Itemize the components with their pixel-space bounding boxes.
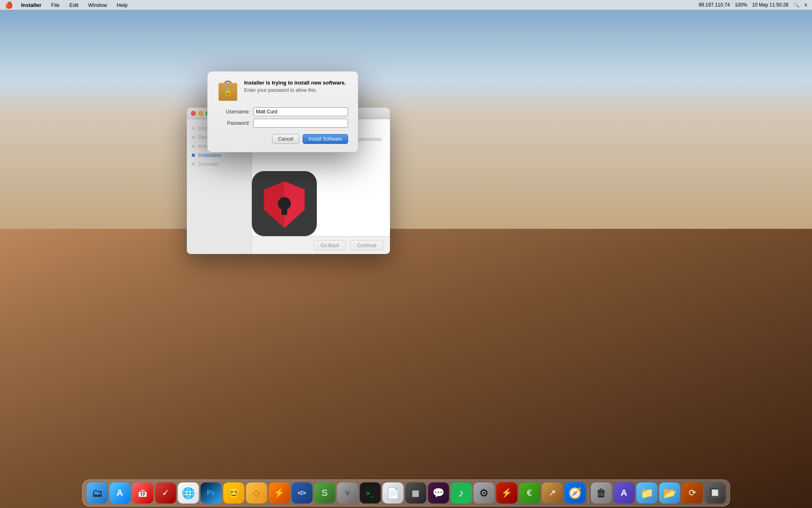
dock-icon-trash[interactable]: 🗑 (591, 482, 612, 504)
dock-icon-transmit[interactable]: S (314, 482, 335, 504)
install-software-button[interactable]: Install Software (303, 134, 348, 144)
dock-icon-timemachine[interactable]: ⟳ (682, 482, 703, 504)
password-label: Password: (217, 120, 250, 126)
lock-body: 🔓 (219, 83, 237, 101)
continue-button[interactable]: Continue (350, 240, 383, 251)
step-label-install: Installation (198, 152, 221, 158)
auth-subtitle: Enter your password to allow this. (244, 87, 346, 93)
dock-icon-photoshop[interactable]: Ps (200, 482, 221, 504)
auth-dialog-content: 🔓 Installer is trying to install new sof… (208, 72, 358, 152)
dock-icon-sketch[interactable]: ◇ (246, 482, 267, 504)
dock-separator (588, 487, 588, 504)
dock-icon-appstore[interactable]: A (109, 482, 130, 504)
menubar: 🍎 Installer File Edit Window Help 89.197… (0, 0, 812, 10)
menu-edit[interactable]: Edit (68, 1, 80, 9)
menubar-left: 🍎 Installer File Edit Window Help (5, 1, 129, 9)
menu-help[interactable]: Help (115, 1, 129, 9)
menu-file[interactable]: File (50, 1, 61, 9)
dock-icon-git[interactable]: ⑂ (337, 482, 358, 504)
installer-footer: Go Back Continue (252, 236, 390, 254)
step-dot-summary (192, 163, 195, 166)
step-dot-intro (192, 127, 195, 130)
username-row: Username: (217, 107, 348, 116)
password-row: Password: (217, 119, 348, 128)
dock-icon-slack[interactable]: 💬 (428, 482, 449, 504)
dock-icon-cashculator[interactable]: € (519, 482, 540, 504)
username-label: Username: (217, 109, 250, 115)
auth-title: Installer is trying to install new softw… (244, 80, 346, 86)
minimize-button[interactable] (198, 111, 203, 116)
step-label-intro: Intro (198, 126, 208, 131)
go-back-button[interactable]: Go Back (314, 240, 346, 251)
auth-text-block: Installer is trying to install new softw… (244, 80, 346, 93)
lock-icon: 🔓 (217, 80, 238, 101)
dock-icon-chrome[interactable]: 🌐 (178, 482, 199, 504)
step-label-summary: Summary (198, 161, 219, 167)
email-status: 89.197.110.74 (699, 2, 730, 8)
menu-app-name[interactable]: Installer (19, 1, 43, 9)
username-input[interactable] (253, 107, 348, 116)
search-icon[interactable]: 🔍 (793, 2, 799, 8)
step-dot-dest (192, 136, 195, 139)
password-input[interactable] (253, 119, 348, 128)
dock-icon-multiviewer[interactable]: ▦ (405, 482, 426, 504)
battery-status: 100% (735, 2, 747, 8)
menubar-right: 89.197.110.74 100% 10 May 11:50:28 🔍 ≡ (699, 2, 807, 8)
dock-icon-folder2[interactable]: 📂 (659, 482, 680, 504)
cancel-button[interactable]: Cancel (272, 134, 299, 144)
step-dot-type (192, 145, 195, 148)
dock-icon-misc[interactable]: 🔲 (704, 482, 725, 504)
apple-menu[interactable]: 🍎 (5, 1, 13, 9)
svg-rect-4 (281, 207, 287, 215)
desktop: 🍎 Installer File Edit Window Help 89.197… (0, 0, 812, 508)
dock-icon-codekit[interactable]: ⚡ (269, 482, 290, 504)
dock-icon-spotify[interactable]: ♪ (450, 482, 472, 504)
dock-icon-fantastical[interactable]: 📅 (132, 482, 153, 504)
dock-icon-sysprefs[interactable]: ⚙ (473, 482, 494, 504)
dock-icon-terminal[interactable]: >_ (359, 482, 381, 504)
datetime-status: 10 May 11:50:28 (752, 2, 788, 8)
step-summary: Summary (192, 161, 247, 167)
step-installation: Installation (192, 152, 247, 158)
dock: 🗂 A 📅 ✓ 🌐 Ps 😊 ◇ ⚡ (82, 480, 730, 506)
dock-icon-persona[interactable]: 😊 (223, 482, 244, 504)
dock-icon-altstore[interactable]: A (613, 482, 634, 504)
control-center-icon[interactable]: ≡ (804, 2, 807, 8)
dock-icon-folder1[interactable]: 📁 (636, 482, 657, 504)
menu-window[interactable]: Window (87, 1, 108, 9)
app-icon (252, 171, 317, 236)
auth-buttons: Cancel Install Software (217, 134, 348, 144)
auth-fields: Username: Password: (217, 107, 348, 128)
close-button[interactable] (191, 111, 196, 116)
step-dot-install (192, 154, 195, 157)
dock-icon-reeder[interactable]: ⚡ (496, 482, 517, 504)
dock-icon-safari[interactable]: 🧭 (564, 482, 585, 504)
dock-icon-document[interactable]: 📄 (382, 482, 403, 504)
auth-dialog-header: 🔓 Installer is trying to install new sof… (217, 80, 348, 101)
dock-icon-todoist[interactable]: ✓ (155, 482, 176, 504)
dock-icon-finder[interactable]: 🗂 (87, 482, 108, 504)
auth-dialog: 🔓 Installer is trying to install new sof… (207, 71, 358, 152)
dock-icon-coda[interactable]: </> (291, 482, 312, 504)
dock-icon-screenpermit[interactable]: ↗ (541, 482, 563, 504)
